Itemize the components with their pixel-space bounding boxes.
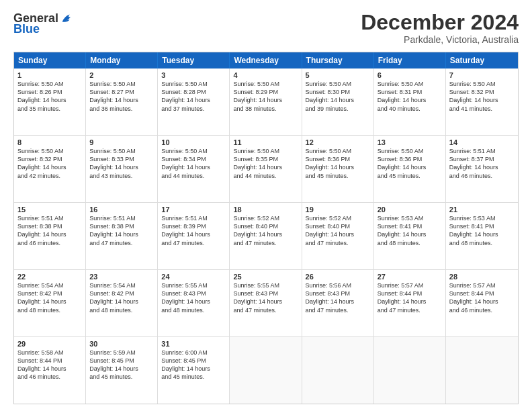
day-number: 3: [161, 71, 226, 79]
day-info: Sunrise: 5:50 AM Sunset: 8:27 PM Dayligh…: [89, 80, 154, 113]
logo-blue: Blue: [13, 23, 40, 35]
header-day-saturday: Saturday: [446, 52, 518, 68]
calendar-cell: [374, 337, 446, 404]
day-number: 20: [378, 205, 442, 214]
calendar-cell: 4Sunrise: 5:50 AM Sunset: 8:29 PM Daylig…: [230, 68, 302, 135]
day-number: 19: [306, 205, 370, 214]
day-number: 24: [161, 273, 226, 281]
calendar-cell: 9Sunrise: 5:50 AM Sunset: 8:33 PM Daylig…: [86, 136, 158, 202]
calendar: SundayMondayTuesdayWednesdayThursdayFrid…: [13, 52, 519, 404]
calendar-cell: 13Sunrise: 5:50 AM Sunset: 8:36 PM Dayli…: [374, 136, 446, 202]
calendar-cell: 23Sunrise: 5:54 AM Sunset: 8:42 PM Dayli…: [86, 270, 158, 336]
day-number: 2: [89, 71, 154, 79]
header: General Blue December 2024 Parkdale, Vic…: [13, 11, 519, 45]
day-number: 27: [378, 273, 442, 281]
day-number: 17: [161, 205, 226, 214]
day-number: 12: [306, 138, 370, 146]
calendar-cell: 27Sunrise: 5:57 AM Sunset: 8:44 PM Dayli…: [374, 270, 446, 336]
calendar-cell: 31Sunrise: 6:00 AM Sunset: 8:45 PM Dayli…: [158, 337, 230, 404]
day-number: 25: [233, 273, 298, 281]
calendar-cell: [302, 337, 374, 404]
day-number: 30: [89, 340, 154, 348]
calendar-cell: 6Sunrise: 5:50 AM Sunset: 8:31 PM Daylig…: [374, 68, 446, 135]
calendar-cell: 22Sunrise: 5:54 AM Sunset: 8:42 PM Dayli…: [14, 270, 86, 336]
day-number: 5: [306, 71, 370, 79]
day-number: 4: [233, 71, 298, 79]
title-block: December 2024 Parkdale, Victoria, Austra…: [361, 11, 519, 45]
day-info: Sunrise: 5:59 AM Sunset: 8:45 PM Dayligh…: [89, 349, 154, 381]
day-number: 22: [17, 273, 82, 281]
day-number: 9: [89, 138, 154, 146]
page: General Blue December 2024 Parkdale, Vic…: [0, 0, 532, 411]
calendar-cell: 12Sunrise: 5:50 AM Sunset: 8:36 PM Dayli…: [302, 136, 374, 202]
day-info: Sunrise: 5:58 AM Sunset: 8:44 PM Dayligh…: [17, 349, 82, 381]
day-info: Sunrise: 5:54 AM Sunset: 8:42 PM Dayligh…: [89, 281, 154, 314]
calendar-cell: 20Sunrise: 5:53 AM Sunset: 8:41 PM Dayli…: [374, 203, 446, 269]
day-info: Sunrise: 5:51 AM Sunset: 8:39 PM Dayligh…: [161, 214, 226, 247]
calendar-row-2: 15Sunrise: 5:51 AM Sunset: 8:38 PM Dayli…: [14, 203, 518, 270]
calendar-cell: 21Sunrise: 5:53 AM Sunset: 8:41 PM Dayli…: [446, 203, 518, 269]
day-info: Sunrise: 5:52 AM Sunset: 8:40 PM Dayligh…: [233, 214, 298, 247]
calendar-cell: 17Sunrise: 5:51 AM Sunset: 8:39 PM Dayli…: [158, 203, 230, 269]
header-day-sunday: Sunday: [14, 52, 86, 68]
day-info: Sunrise: 5:50 AM Sunset: 8:36 PM Dayligh…: [306, 147, 370, 180]
day-number: 18: [233, 205, 298, 214]
day-number: 31: [161, 340, 226, 348]
calendar-cell: 3Sunrise: 5:50 AM Sunset: 8:28 PM Daylig…: [158, 68, 230, 135]
day-info: Sunrise: 5:51 AM Sunset: 8:38 PM Dayligh…: [17, 214, 82, 247]
calendar-cell: 1Sunrise: 5:50 AM Sunset: 8:26 PM Daylig…: [14, 68, 86, 135]
calendar-cell: 18Sunrise: 5:52 AM Sunset: 8:40 PM Dayli…: [230, 203, 302, 269]
calendar-body: 1Sunrise: 5:50 AM Sunset: 8:26 PM Daylig…: [14, 68, 518, 404]
calendar-cell: 15Sunrise: 5:51 AM Sunset: 8:38 PM Dayli…: [14, 203, 86, 269]
day-info: Sunrise: 5:50 AM Sunset: 8:32 PM Dayligh…: [17, 147, 82, 180]
calendar-row-0: 1Sunrise: 5:50 AM Sunset: 8:26 PM Daylig…: [14, 68, 518, 136]
day-number: 16: [89, 205, 154, 214]
header-day-monday: Monday: [86, 52, 158, 68]
day-info: Sunrise: 5:50 AM Sunset: 8:30 PM Dayligh…: [306, 80, 370, 113]
header-day-friday: Friday: [374, 52, 446, 68]
day-info: Sunrise: 5:50 AM Sunset: 8:31 PM Dayligh…: [378, 80, 442, 113]
calendar-row-1: 8Sunrise: 5:50 AM Sunset: 8:32 PM Daylig…: [14, 136, 518, 203]
day-info: Sunrise: 5:50 AM Sunset: 8:33 PM Dayligh…: [89, 147, 154, 180]
calendar-cell: 5Sunrise: 5:50 AM Sunset: 8:30 PM Daylig…: [302, 68, 374, 135]
month-title: December 2024: [361, 11, 519, 34]
day-number: 28: [449, 273, 515, 281]
calendar-cell: 25Sunrise: 5:55 AM Sunset: 8:43 PM Dayli…: [230, 270, 302, 336]
calendar-row-4: 29Sunrise: 5:58 AM Sunset: 8:44 PM Dayli…: [14, 337, 518, 404]
day-info: Sunrise: 5:57 AM Sunset: 8:44 PM Dayligh…: [449, 281, 515, 314]
day-number: 15: [17, 205, 82, 214]
calendar-cell: 16Sunrise: 5:51 AM Sunset: 8:38 PM Dayli…: [86, 203, 158, 269]
day-info: Sunrise: 5:50 AM Sunset: 8:29 PM Dayligh…: [233, 80, 298, 113]
day-info: Sunrise: 5:51 AM Sunset: 8:38 PM Dayligh…: [89, 214, 154, 247]
day-info: Sunrise: 5:50 AM Sunset: 8:28 PM Dayligh…: [161, 80, 226, 113]
day-number: 8: [17, 138, 82, 146]
day-number: 21: [449, 205, 515, 214]
day-info: Sunrise: 6:00 AM Sunset: 8:45 PM Dayligh…: [161, 349, 226, 381]
calendar-cell: 7Sunrise: 5:50 AM Sunset: 8:32 PM Daylig…: [446, 68, 518, 135]
day-number: 10: [161, 138, 226, 146]
day-number: 7: [449, 71, 515, 79]
day-info: Sunrise: 5:50 AM Sunset: 8:34 PM Dayligh…: [161, 147, 226, 180]
day-info: Sunrise: 5:56 AM Sunset: 8:43 PM Dayligh…: [306, 281, 370, 314]
day-number: 1: [17, 71, 82, 79]
calendar-cell: 26Sunrise: 5:56 AM Sunset: 8:43 PM Dayli…: [302, 270, 374, 336]
day-info: Sunrise: 5:50 AM Sunset: 8:36 PM Dayligh…: [378, 147, 442, 180]
header-day-wednesday: Wednesday: [230, 52, 302, 68]
calendar-cell: 8Sunrise: 5:50 AM Sunset: 8:32 PM Daylig…: [14, 136, 86, 202]
day-number: 26: [306, 273, 370, 281]
header-day-tuesday: Tuesday: [158, 52, 230, 68]
calendar-cell: 28Sunrise: 5:57 AM Sunset: 8:44 PM Dayli…: [446, 270, 518, 336]
calendar-cell: 11Sunrise: 5:50 AM Sunset: 8:35 PM Dayli…: [230, 136, 302, 202]
calendar-cell: 2Sunrise: 5:50 AM Sunset: 8:27 PM Daylig…: [86, 68, 158, 135]
day-info: Sunrise: 5:55 AM Sunset: 8:43 PM Dayligh…: [161, 281, 226, 314]
day-info: Sunrise: 5:50 AM Sunset: 8:26 PM Dayligh…: [17, 80, 82, 113]
day-info: Sunrise: 5:57 AM Sunset: 8:44 PM Dayligh…: [378, 281, 442, 314]
calendar-row-3: 22Sunrise: 5:54 AM Sunset: 8:42 PM Dayli…: [14, 270, 518, 337]
day-info: Sunrise: 5:53 AM Sunset: 8:41 PM Dayligh…: [449, 214, 515, 247]
calendar-cell: 14Sunrise: 5:51 AM Sunset: 8:37 PM Dayli…: [446, 136, 518, 202]
day-info: Sunrise: 5:50 AM Sunset: 8:32 PM Dayligh…: [449, 80, 515, 113]
location: Parkdale, Victoria, Australia: [361, 34, 519, 45]
calendar-cell: 10Sunrise: 5:50 AM Sunset: 8:34 PM Dayli…: [158, 136, 230, 202]
calendar-cell: 19Sunrise: 5:52 AM Sunset: 8:40 PM Dayli…: [302, 203, 374, 269]
calendar-cell: [446, 337, 518, 404]
